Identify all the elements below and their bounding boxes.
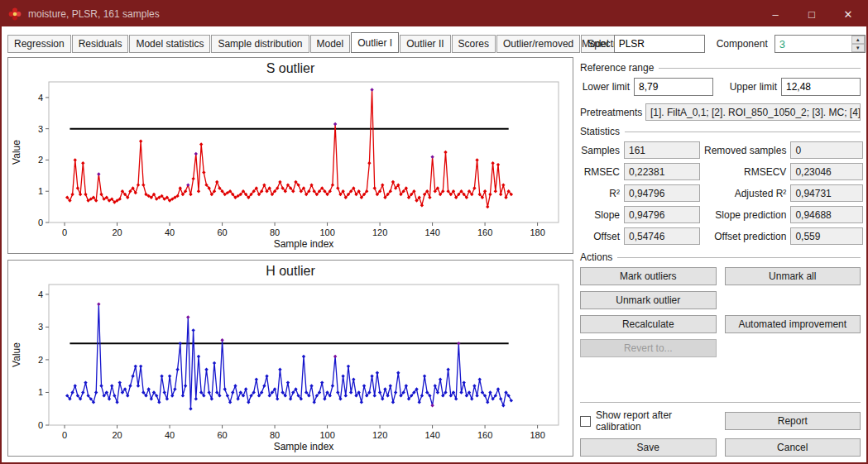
component-value[interactable]: 3 <box>775 36 851 52</box>
model-input[interactable] <box>614 35 705 53</box>
component-up-icon[interactable]: ▲ <box>851 36 865 44</box>
checkbox-icon[interactable] <box>580 416 591 427</box>
tab-model[interactable]: Model <box>310 35 351 53</box>
svg-text:20: 20 <box>112 227 122 237</box>
panel-divider <box>580 402 861 403</box>
svg-text:60: 60 <box>217 227 227 237</box>
unmark-outlier-button[interactable]: Unmark outlier <box>580 291 717 309</box>
tab-model-statistics[interactable]: Model statistics <box>129 35 210 53</box>
svg-text:2: 2 <box>38 155 43 165</box>
stat-field: 0,94688 <box>790 206 863 223</box>
component-spinner[interactable]: 3 ▲ ▼ <box>774 35 866 53</box>
title-bar[interactable]: moisture, PLSR, 161 samples – □ ✕ <box>2 2 866 26</box>
h-x-axis-label: Sample index <box>274 441 334 452</box>
component-label: Component <box>717 38 768 50</box>
svg-text:4: 4 <box>38 93 43 103</box>
plot-area[interactable]: 01234020406080100120140160180 <box>38 285 559 440</box>
svg-text:0: 0 <box>38 218 43 227</box>
stat-field: 161 <box>624 141 700 159</box>
actions-header: Actions <box>580 251 861 263</box>
stat-label: Samples <box>580 145 620 156</box>
mark-outliers-button[interactable]: Mark outliers <box>580 267 717 285</box>
lower-limit-label: Lower limit <box>580 81 630 93</box>
unmark-all-button[interactable]: Unmark all <box>725 267 861 285</box>
tab-bar: RegressionResidualsModel statisticsSampl… <box>7 32 573 53</box>
pretreatments-label: Pretreatments <box>580 107 641 118</box>
stat-field: 0,22381 <box>624 163 700 180</box>
svg-text:0: 0 <box>62 430 67 440</box>
report-button[interactable]: Report <box>725 412 861 430</box>
maximize-button-icon[interactable]: □ <box>794 2 830 26</box>
show-report-checkbox[interactable]: Show report after calibration <box>580 409 717 433</box>
tab-residuals[interactable]: Residuals <box>72 35 129 53</box>
reference-range-grid: Lower limit Upper limit <box>580 78 861 96</box>
upper-limit-input[interactable] <box>781 78 861 96</box>
actions-grid: Mark outliers Unmark all Unmark outlier … <box>580 267 861 357</box>
recalculate-button[interactable]: Recalculate <box>580 315 717 333</box>
svg-text:160: 160 <box>477 227 492 237</box>
svg-text:0: 0 <box>38 420 43 430</box>
reference-range-header: Reference range <box>580 62 861 74</box>
tab-regression[interactable]: Regression <box>7 35 71 53</box>
svg-text:140: 140 <box>424 430 439 440</box>
automated-improvement-button[interactable]: Automated improvement <box>725 315 861 333</box>
pretreatments-row: Pretreatments [1]. FiltA_0,1; [2]. ROI_8… <box>580 103 861 121</box>
stat-field: 0,54746 <box>624 227 700 245</box>
footer-row: Save Cancel <box>580 438 861 457</box>
svg-text:80: 80 <box>270 227 280 237</box>
tab-outlier-i[interactable]: Outlier I <box>351 32 399 53</box>
stat-label: Offset <box>580 231 620 242</box>
svg-text:120: 120 <box>372 227 387 237</box>
minimize-button-icon[interactable]: – <box>757 2 794 26</box>
window-title: moisture, PLSR, 161 samples <box>28 8 160 20</box>
stat-field: 0,23046 <box>790 163 863 180</box>
svg-text:3: 3 <box>38 322 43 332</box>
stat-label: RMSEC <box>580 166 620 178</box>
svg-text:100: 100 <box>319 227 334 237</box>
svg-text:120: 120 <box>372 430 387 440</box>
tab-outlier-removed[interactable]: Outlier/removed <box>496 35 580 53</box>
h-y-axis-label: Value <box>11 342 22 367</box>
stat-label: Offset prediction <box>704 231 786 242</box>
svg-text:140: 140 <box>424 227 439 237</box>
save-button[interactable]: Save <box>580 438 717 457</box>
stat-label: Removed samples <box>704 145 786 156</box>
cancel-button[interactable]: Cancel <box>725 438 861 457</box>
tab-scores[interactable]: Scores <box>452 35 496 53</box>
revert-to-button[interactable]: Revert to... <box>580 339 717 357</box>
stat-field: 0,94731 <box>790 184 863 202</box>
svg-text:2: 2 <box>38 355 43 365</box>
stat-label: Adjusted R² <box>704 188 786 199</box>
component-down-icon[interactable]: ▼ <box>851 44 865 52</box>
checkbox-label: Show report after calibration <box>596 409 717 433</box>
statistics-grid: Samples 161 Removed samples 0 RMSEC 0,22… <box>580 141 861 245</box>
s-y-axis-label: Value <box>11 140 22 165</box>
top-row: RegressionResidualsModel statisticsSampl… <box>2 26 866 53</box>
s-outlier-title: S outlier <box>266 59 315 77</box>
svg-text:40: 40 <box>165 227 175 237</box>
right-panel: Reference range Lower limit Upper limit … <box>580 57 861 457</box>
stat-label: RMSECV <box>704 166 786 178</box>
model-bar: Model Component 3 ▲ ▼ <box>582 35 866 53</box>
stat-field: 0 <box>790 141 863 159</box>
close-button-icon[interactable]: ✕ <box>830 2 866 26</box>
plot-area[interactable]: 01234020406080100120140160180 <box>38 82 559 237</box>
app-icon <box>8 7 22 21</box>
main-area: S outlier Value Sample index 01234020406… <box>2 53 866 462</box>
lower-limit-input[interactable] <box>634 78 713 96</box>
svg-text:180: 180 <box>530 430 544 440</box>
svg-text:1: 1 <box>38 186 43 196</box>
stat-field: 0,559 <box>790 227 863 245</box>
tab-outlier-ii[interactable]: Outlier II <box>400 35 450 53</box>
stat-field: 0,94796 <box>624 184 700 202</box>
s-outlier-plot[interactable]: Value Sample index 012340204060801001201… <box>11 77 570 251</box>
tab-sample-distribution[interactable]: Sample distribution <box>211 35 309 53</box>
report-row: Show report after calibration Report <box>580 409 861 433</box>
s-outlier-panel: S outlier Value Sample index 01234020406… <box>7 57 573 254</box>
pretreatments-field: [1]. FiltA_0,1; [2]. ROI_850_1050_2; [3]… <box>645 103 861 121</box>
h-outlier-plot[interactable]: Value Sample index 012340204060801001201… <box>11 280 570 453</box>
svg-text:40: 40 <box>165 430 175 440</box>
svg-text:100: 100 <box>319 430 334 440</box>
upper-limit-label: Upper limit <box>717 81 777 93</box>
svg-text:60: 60 <box>217 430 227 440</box>
